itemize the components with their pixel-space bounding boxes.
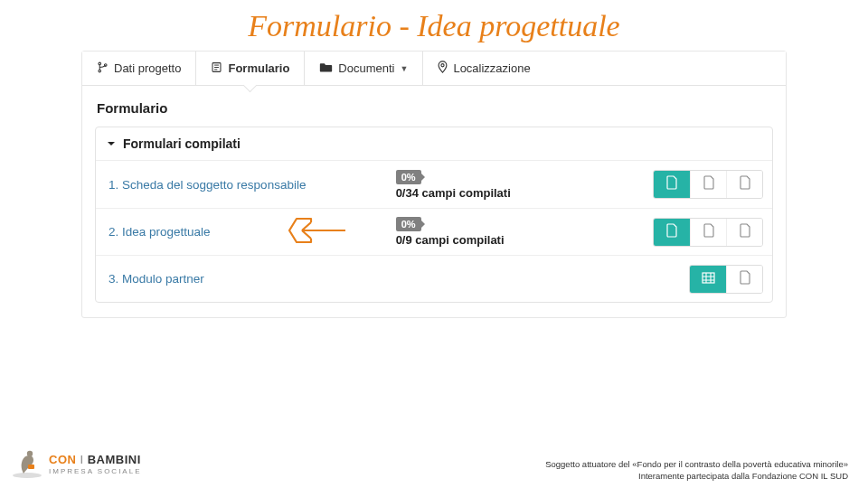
svg-point-1 [99, 70, 101, 72]
folder-icon [319, 61, 333, 76]
branch-icon [97, 61, 108, 76]
panel-title: Formulario [95, 95, 773, 127]
download-icon [739, 175, 751, 193]
tab-localizzazione[interactable]: Localizzazione [423, 52, 544, 85]
footer-text: Soggetto attuatore del «Fondo per il con… [545, 459, 848, 483]
row-progress: 0% 0/9 campi compilati [387, 211, 590, 252]
row-link[interactable]: 1. Scheda del soggetto responsabile [96, 171, 387, 199]
section-title: Formulari compilati [123, 136, 241, 151]
logo-subtitle: IMPRESA SOCIALE [49, 467, 141, 475]
pdf-icon [703, 223, 715, 241]
download-button[interactable] [726, 171, 762, 198]
btn-group [689, 265, 763, 294]
edit-button[interactable] [654, 219, 690, 246]
app-window: Dati progetto Formulario Documenti ▼ Loc… [81, 51, 787, 318]
svg-point-13 [13, 473, 42, 478]
download-icon [739, 223, 751, 241]
tab-bar: Dati progetto Formulario Documenti ▼ Loc… [82, 52, 786, 86]
tab-label: Localizzazione [453, 61, 530, 75]
pdf-icon [703, 175, 715, 193]
caret-down-icon [107, 136, 116, 151]
btn-group [653, 170, 763, 199]
tab-label: Formulario [228, 61, 289, 75]
formulari-card: Formulari compilati 1. Scheda del sogget… [95, 127, 773, 303]
svg-point-14 [27, 451, 33, 456]
document-icon [665, 223, 678, 241]
progress-badge: 0% [396, 217, 421, 231]
rows: 1. Scheda del soggetto responsabile 0% 0… [96, 161, 772, 302]
card-header[interactable]: Formulari compilati [96, 127, 772, 161]
progress-status: 0/9 campi compilati [396, 233, 505, 247]
svg-rect-15 [28, 465, 34, 469]
export-button[interactable] [726, 266, 762, 293]
document-icon [665, 175, 678, 193]
pin-icon [438, 61, 448, 76]
tab-label: Documenti [338, 61, 394, 75]
pdf-button[interactable] [690, 171, 726, 198]
progress-badge: 0% [396, 170, 421, 184]
download-button[interactable] [726, 219, 762, 246]
logo-text: CON I BAMBINI [49, 453, 141, 466]
svg-rect-8 [703, 273, 714, 283]
form-icon [211, 61, 222, 76]
grid-button[interactable] [690, 266, 726, 293]
row-actions [590, 259, 772, 299]
tab-formulario[interactable]: Formulario [196, 52, 305, 85]
form-row: 2. Idea progettuale 0% 0/9 campi compila… [96, 208, 772, 255]
row-progress: 0% 0/34 campi compilati [387, 164, 590, 205]
panel: Formulario Formulari compilati 1. Scheda… [82, 86, 786, 317]
form-row: 1. Scheda del soggetto responsabile 0% 0… [96, 161, 772, 208]
svg-point-0 [99, 62, 101, 65]
row-actions [590, 212, 772, 252]
logo-icon [11, 445, 43, 483]
tab-dati-progetto[interactable]: Dati progetto [82, 52, 196, 85]
row-link[interactable]: 3. Modulo partner [96, 265, 387, 293]
edit-button[interactable] [654, 171, 690, 198]
logo: CON I BAMBINI IMPRESA SOCIALE [11, 445, 141, 483]
form-row: 3. Modulo partner [96, 255, 772, 302]
footer: CON I BAMBINI IMPRESA SOCIALE Soggetto a… [0, 445, 868, 483]
row-actions [590, 164, 772, 204]
progress-status: 0/34 campi compilati [396, 186, 511, 200]
arrow-annotation [286, 215, 349, 249]
svg-point-7 [441, 64, 444, 67]
logo-text-block: CON I BAMBINI IMPRESA SOCIALE [49, 453, 141, 475]
tab-documenti[interactable]: Documenti ▼ [305, 52, 423, 85]
document-icon [739, 270, 751, 288]
btn-group [653, 218, 763, 247]
tab-label: Dati progetto [114, 61, 181, 75]
row-progress [387, 274, 590, 285]
grid-icon [702, 271, 715, 287]
slide-title: Formulario - Idea progettuale [0, 0, 868, 51]
pdf-button[interactable] [690, 219, 726, 246]
chevron-down-icon: ▼ [400, 64, 408, 73]
